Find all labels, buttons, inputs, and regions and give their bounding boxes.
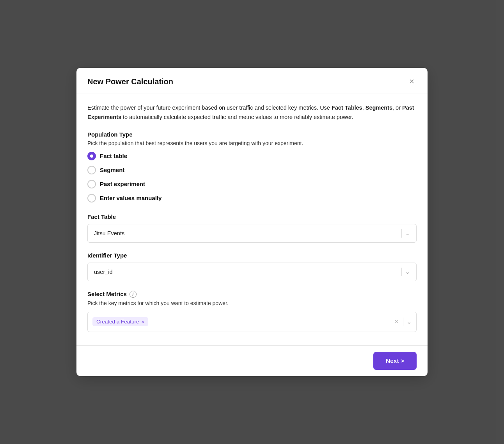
metrics-divider (403, 318, 403, 326)
metrics-clear-button[interactable]: × (393, 318, 400, 325)
metrics-input-area[interactable]: Created a Feature × × ⌄ (87, 312, 417, 332)
metrics-info-icon[interactable]: i (130, 291, 137, 298)
modal-body: Estimate the power of your future experi… (76, 94, 428, 345)
select-metrics-section: Select Metrics i Pick the key metrics fo… (87, 291, 417, 332)
radio-circle-fact-table (87, 152, 96, 160)
select-divider (401, 229, 402, 238)
radio-label-segment: Segment (100, 167, 124, 173)
fact-table-select-right: ⌄ (398, 229, 410, 238)
radio-manual[interactable]: Enter values manually (87, 194, 417, 202)
radio-circle-manual (87, 194, 96, 202)
radio-label-fact-table: Fact table (100, 153, 127, 159)
modal: New Power Calculation × Estimate the pow… (76, 68, 428, 376)
radio-label-past-experiment: Past experiment (100, 181, 145, 187)
next-button[interactable]: Next > (373, 352, 417, 370)
radio-group: Fact table Segment Past experiment Enter… (87, 152, 417, 202)
population-type-section: Population Type Pick the population that… (87, 131, 417, 202)
fact-table-section: Fact Table Jitsu Events ⌄ (87, 213, 417, 243)
metrics-right-controls: × ⌄ (393, 318, 412, 326)
identifier-select-right: ⌄ (398, 268, 410, 276)
radio-circle-segment (87, 166, 96, 174)
metrics-label: Select Metrics (87, 291, 127, 297)
identifier-type-value: user_id (94, 269, 113, 275)
metric-tag-created-a-feature: Created a Feature × (92, 317, 148, 326)
radio-circle-past-experiment (87, 180, 96, 188)
modal-footer: Next > (76, 345, 428, 376)
modal-header: New Power Calculation × (76, 68, 428, 94)
metrics-tags: Created a Feature × (92, 317, 393, 326)
radio-past-experiment[interactable]: Past experiment (87, 180, 417, 188)
identifier-divider (401, 268, 402, 276)
radio-fact-table[interactable]: Fact table (87, 152, 417, 160)
metrics-title-row: Select Metrics i (87, 291, 417, 298)
radio-label-manual: Enter values manually (100, 195, 161, 201)
modal-overlay: New Power Calculation × Estimate the pow… (0, 0, 504, 444)
metric-tag-remove[interactable]: × (142, 319, 145, 324)
description-text: Estimate the power of your future experi… (87, 103, 417, 121)
identifier-chevron-icon: ⌄ (405, 268, 410, 275)
fact-table-select[interactable]: Jitsu Events ⌄ (87, 224, 417, 243)
close-button[interactable]: × (407, 76, 417, 87)
metric-tag-label: Created a Feature (96, 319, 139, 325)
metrics-chevron-icon: ⌄ (406, 318, 412, 325)
metrics-subtitle: Pick the key metrics for which you want … (87, 300, 417, 306)
population-type-subtitle: Pick the population that best represents… (87, 140, 417, 146)
identifier-type-select[interactable]: user_id ⌄ (87, 263, 417, 281)
modal-title: New Power Calculation (87, 77, 173, 86)
identifier-type-label: Identifier Type (87, 252, 417, 259)
radio-segment[interactable]: Segment (87, 166, 417, 174)
population-type-title: Population Type (87, 131, 417, 138)
fact-table-value: Jitsu Events (94, 230, 124, 236)
identifier-type-section: Identifier Type user_id ⌄ (87, 252, 417, 281)
fact-table-label: Fact Table (87, 213, 417, 220)
fact-table-chevron-icon: ⌄ (405, 229, 410, 237)
